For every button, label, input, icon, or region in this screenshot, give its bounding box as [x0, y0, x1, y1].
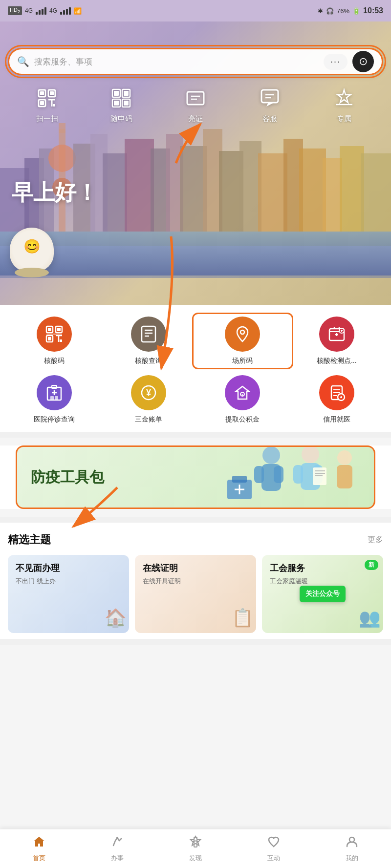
salary-label: 三金账单 [135, 415, 162, 424]
svg-rect-54 [48, 337, 51, 340]
topic-no-meet-subtitle: 不出门 线上办 [16, 577, 121, 586]
svg-rect-37 [114, 91, 119, 96]
venue-code-label: 场所码 [232, 357, 253, 365]
mascot-body: 😊 [10, 228, 54, 272]
svg-rect-10 [103, 153, 127, 232]
bluetooth-icon: ✱ [318, 7, 323, 15]
nav-interact[interactable]: 互动 [235, 835, 313, 863]
svg-point-63 [240, 330, 244, 334]
nav-affairs[interactable]: 办事 [78, 835, 156, 863]
discover-nav-label: 发现 [189, 854, 202, 863]
svg-rect-11 [125, 139, 154, 232]
section-divider-2 [0, 517, 391, 523]
service-icon-box [257, 85, 283, 111]
svg-rect-59 [142, 326, 155, 342]
search-placeholder-text: 搜索服务、事项 [34, 56, 324, 67]
scan-label: 扫一扫 [36, 114, 58, 124]
quick-exclusive[interactable]: 专属 [331, 85, 357, 124]
service-nucleic-query[interactable]: 核酸查询 [104, 317, 194, 365]
nucleic-site-icon [319, 317, 354, 352]
signal-bars [36, 7, 46, 15]
topic-card-online-cert[interactable]: 在线证明 在线开具证明 📋 [135, 555, 256, 633]
svg-rect-98 [274, 466, 283, 483]
service-venue-code[interactable]: 场所码 [198, 317, 287, 365]
svg-rect-27 [40, 91, 44, 95]
svg-rect-44 [261, 90, 278, 103]
interact-nav-label: 互动 [267, 854, 280, 863]
home-nav-icon [32, 835, 46, 852]
service-hospital[interactable]: 医院停诊查询 [10, 375, 99, 424]
venue-code-icon [225, 317, 260, 352]
banner-section-wrapper: 防疫工具包 [0, 445, 391, 509]
svg-rect-40 [124, 101, 129, 106]
cert-icon-box [182, 85, 209, 111]
svg-point-110 [116, 837, 118, 839]
fund-icon: ¥ [225, 375, 260, 410]
topic-card-no-meet[interactable]: 不见面办理 不出门 线上办 🏠 [8, 555, 129, 633]
service-credit[interactable]: 信用就医 [292, 375, 382, 424]
quick-service[interactable]: 客服 [257, 85, 283, 124]
topic-card-union[interactable]: 新 工会服务 工会家庭温暖 👥 关注公众号 [262, 555, 383, 633]
cert-label: 亮证 [188, 114, 203, 124]
nucleic-site-label: 核酸检测点... [317, 357, 357, 365]
mascot-character: 😊 [10, 228, 54, 272]
service-label: 客服 [262, 114, 277, 124]
bottom-spacer [0, 645, 391, 694]
nucleic-query-label: 核酸查询 [135, 357, 162, 365]
svg-rect-53 [57, 328, 61, 331]
service-fund[interactable]: ¥ 提取公积金 [198, 375, 287, 424]
exclusive-label: 专属 [337, 114, 351, 124]
svg-point-95 [262, 447, 280, 464]
topic-1-illustration: 🏠 [105, 608, 127, 628]
hospital-icon [37, 375, 72, 410]
svg-rect-97 [254, 466, 264, 483]
svg-rect-78 [55, 396, 58, 400]
search-bar-wrapper: 🔍 搜索服务、事项 ··· ⊙ [8, 48, 383, 75]
salary-icon: ¥ [131, 375, 166, 410]
credit-icon [319, 375, 354, 410]
time-display: 10:53 [363, 6, 383, 15]
search-dots-button[interactable]: ··· [324, 54, 348, 70]
prevention-banner[interactable]: 防疫工具包 [16, 445, 375, 509]
topic-2-illustration: 📋 [232, 608, 254, 628]
exclusive-icon-box [331, 85, 357, 111]
scan-button[interactable]: ⊙ [352, 51, 374, 72]
topic-online-cert-subtitle: 在线开具证明 [143, 577, 248, 586]
affairs-nav-label: 办事 [111, 854, 124, 863]
service-grid: 核酸码 核酸查询 场所码 [10, 317, 381, 424]
topic-3-illustration: 👥 [359, 608, 381, 628]
svg-text:¥: ¥ [241, 393, 244, 397]
svg-rect-21 [323, 158, 342, 232]
discover-nav-icon [189, 835, 202, 852]
service-nucleic-site[interactable]: 核酸检测点... [292, 317, 382, 365]
signal-1: 4G [25, 7, 33, 14]
quick-cert[interactable]: 亮证 [182, 85, 209, 124]
banner-illustration [208, 447, 374, 508]
search-icon: 🔍 [17, 56, 29, 67]
service-salary[interactable]: ¥ 三金账单 [104, 375, 194, 424]
topics-more[interactable]: 更多 [368, 535, 383, 545]
topics-header: 精选主题 更多 [8, 532, 383, 547]
search-bar[interactable]: 🔍 搜索服务、事项 ··· ⊙ [8, 48, 383, 75]
svg-rect-108 [337, 465, 352, 488]
follow-wechat-button[interactable]: 关注公众号 [300, 586, 346, 602]
nav-home[interactable]: 首页 [0, 835, 78, 863]
topics-section: 精选主题 更多 不见面办理 不出门 线上办 🏠 在线证明 在线开具证明 📋 新 … [0, 523, 391, 639]
nav-mine[interactable]: 我的 [313, 835, 391, 863]
service-section: 核酸码 核酸查询 场所码 [0, 305, 391, 432]
status-left: HD2 4G 4G 📶 [8, 6, 82, 15]
topic-union-subtitle: 工会家庭温暖 [270, 577, 375, 586]
quick-suishen[interactable]: 随申码 [108, 85, 134, 124]
nav-discover[interactable]: 发现 [156, 835, 235, 863]
signal-bars-2 [60, 7, 71, 15]
svg-rect-77 [50, 396, 54, 400]
svg-rect-38 [124, 91, 129, 96]
svg-point-107 [337, 450, 352, 465]
quick-icons-row: 扫一扫 随申码 [0, 85, 391, 124]
quick-scan[interactable]: 扫一扫 [34, 85, 60, 124]
svg-rect-22 [340, 146, 364, 232]
service-nucleic-code[interactable]: 核酸码 [10, 317, 99, 365]
svg-rect-7 [59, 123, 65, 133]
topic-union-title: 工会服务 [270, 563, 375, 574]
topic-union-badge: 新 [365, 560, 378, 570]
